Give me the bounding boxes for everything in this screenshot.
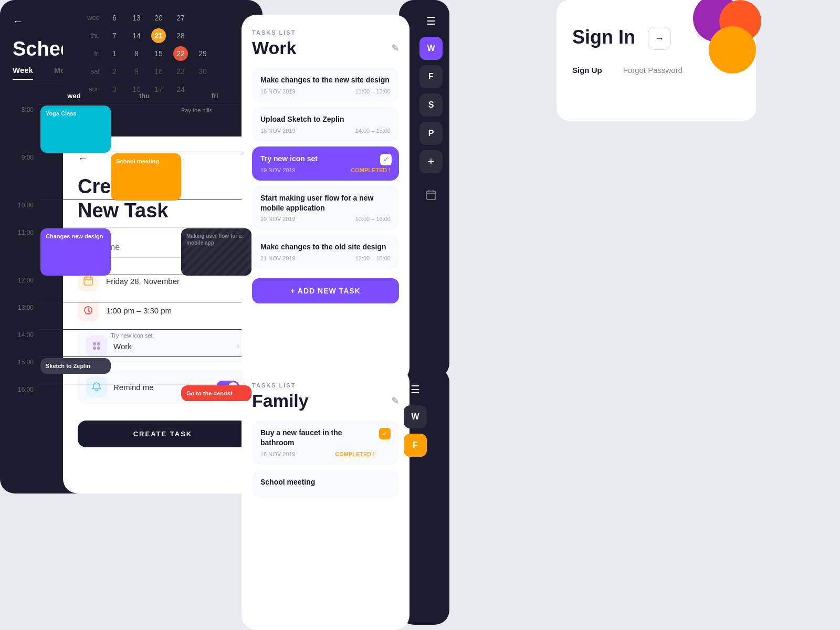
event-dentist[interactable]: Go to the dentist <box>181 385 251 401</box>
day-label-wed: wed <box>76 10 107 25</box>
slot-fri-1000 <box>180 200 250 227</box>
task-title: School meeting <box>260 477 391 487</box>
tasks-family-title: Family ✎ <box>252 391 399 411</box>
task-check-orange[interactable]: ✓ <box>379 428 391 439</box>
forgot-password-link[interactable]: Forgot Password <box>623 66 682 75</box>
cal-cell[interactable]: 9 <box>129 64 144 79</box>
cal-cell[interactable]: 20 <box>151 10 166 25</box>
blob-yellow <box>709 26 756 74</box>
cal-cell-today[interactable]: 21 <box>151 28 166 43</box>
completed-badge: COMPLETED ! <box>351 167 391 173</box>
slot-wed-1100: Changes new design <box>39 227 109 275</box>
time-label-1100: 11:00 <box>13 227 39 275</box>
completed-badge: COMPLETED ! <box>335 451 375 457</box>
slot-wed-800: Yoga Class <box>39 104 109 152</box>
task-title: Make changes to the new site design <box>260 75 391 85</box>
slot-thu-1000 <box>109 200 180 227</box>
cal-cell[interactable]: 7 <box>107 28 122 43</box>
avatar-f[interactable]: F <box>419 65 443 88</box>
cal-cell[interactable]: 1 <box>107 46 122 61</box>
task-meta: 20 NOV 2019 10:00 – 16:00 <box>260 216 391 222</box>
task-item: Start making user flow for a new mobile … <box>252 186 399 230</box>
slot-thu-1300 <box>109 302 180 329</box>
task-item: Upload Sketch to Zeplin 18 NOV 2019 14:0… <box>252 107 399 141</box>
col-header-fri: fri <box>180 88 250 104</box>
edit-icon[interactable]: ✎ <box>391 43 399 54</box>
create-task-button[interactable]: CREATE TASK <box>78 421 248 447</box>
slot-thu-1500 <box>109 356 180 384</box>
slot-wed-1400 <box>39 329 109 356</box>
cal-cell[interactable]: 28 <box>173 28 188 43</box>
tasks-list-label: TASKS LIST <box>252 29 399 36</box>
slot-fri-1200 <box>180 275 250 302</box>
task-item: Make changes to the new site design 18 N… <box>252 68 399 102</box>
cal-cell-highlight[interactable]: 22 <box>173 46 188 61</box>
task-meta: 21 NOV 2019 12:00 – 15:00 <box>260 255 391 261</box>
slot-fri-1400 <box>180 329 250 356</box>
avatar-w[interactable]: W <box>419 37 443 60</box>
hamburger-icon[interactable]: ☰ <box>426 15 436 27</box>
cal-cell[interactable]: 27 <box>173 10 188 25</box>
task-check-icon[interactable]: ✓ <box>380 154 392 165</box>
cal-cell[interactable]: 2 <box>107 64 122 79</box>
time-label-900: 9:00 <box>13 152 39 200</box>
cal-cell[interactable]: 13 <box>129 10 144 25</box>
family-hamburger-icon[interactable]: ☰ <box>411 383 420 396</box>
add-list-button[interactable]: + <box>419 150 443 173</box>
task-item-completed: ✓ Try new icon set 19 NOV 2019 COMPLETED… <box>252 146 399 181</box>
slot-fri-1300 <box>180 302 250 329</box>
event-try-icon[interactable]: Try new icon set <box>109 330 180 341</box>
cal-cell[interactable]: 29 <box>195 46 210 61</box>
signin-arrow-button[interactable]: → <box>648 27 671 50</box>
task-title: Buy a new faucet in the bathroom <box>260 428 375 448</box>
slot-fri-1600: Go to the dentist <box>180 384 250 411</box>
avatar-s[interactable]: S <box>419 93 443 117</box>
calendar-icon[interactable] <box>425 189 437 204</box>
signup-link[interactable]: Sign Up <box>572 66 602 75</box>
event-user-flow[interactable]: Making user flow for a mobile app <box>181 228 251 276</box>
cal-cell[interactable]: 6 <box>107 10 122 25</box>
tasks-family-list-label: TASKS LIST <box>252 382 399 388</box>
edit-icon[interactable]: ✎ <box>391 395 399 407</box>
family-avatar-w[interactable]: W <box>404 405 427 428</box>
task-title: Start making user flow for a new mobile … <box>260 193 391 213</box>
cal-cell[interactable]: 30 <box>195 64 210 79</box>
schedule-back-button[interactable]: ← <box>13 15 23 27</box>
event-changes-design[interactable]: Changes new design <box>40 228 111 276</box>
signin-card: Sign In → Sign Up Forgot Password <box>556 0 756 121</box>
time-label-1500: 15:00 <box>13 356 39 384</box>
task-title: Try new icon set <box>260 154 391 164</box>
slot-wed-1300 <box>39 302 109 329</box>
cal-cell[interactable]: 14 <box>129 28 144 43</box>
task-title: Make changes to the old site design <box>260 242 391 252</box>
event-pay-bills-label <box>109 104 180 109</box>
tasks-family-card: TASKS LIST Family ✎ Buy a new faucet in … <box>242 368 410 630</box>
time-label-800: 8:00 <box>13 104 39 152</box>
cal-cell[interactable]: 8 <box>129 46 144 61</box>
event-pay-bills[interactable]: Pay the bills <box>180 104 250 116</box>
cal-cell[interactable]: 16 <box>151 64 166 79</box>
event-yoga[interactable]: Yoga Class <box>40 106 111 153</box>
slot-thu-1100 <box>109 227 180 275</box>
family-avatar-f[interactable]: F <box>404 434 427 457</box>
cal-cell[interactable]: 15 <box>151 46 166 61</box>
time-label-1000: 10:00 <box>13 200 39 227</box>
schedule-tab-week[interactable]: Week <box>13 66 33 80</box>
add-task-button[interactable]: + ADD NEW TASK <box>252 278 399 303</box>
time-label-1300: 13:00 <box>13 302 39 329</box>
task-title: Upload Sketch to Zeplin <box>260 114 391 124</box>
slot-thu-800 <box>109 104 180 152</box>
task-meta: 19 NOV 2019 COMPLETED ! <box>260 167 391 173</box>
task-meta: 18 NOV 2019 14:00 – 15:00 <box>260 128 391 134</box>
slot-fri-1500 <box>180 356 250 384</box>
slot-fri-800: Pay the bills <box>180 104 250 152</box>
day-label-sat: sat <box>76 64 107 79</box>
avatar-p[interactable]: P <box>419 122 443 145</box>
slot-fri-900 <box>180 152 250 200</box>
family-sidebar-nav: ☰ W F <box>404 383 427 457</box>
cal-cell[interactable]: 23 <box>173 64 188 79</box>
event-school-meeting[interactable]: School meeting <box>111 153 181 201</box>
svg-rect-0 <box>426 191 436 200</box>
event-sketch-zeplin[interactable]: Sketch to Zeplin <box>40 358 111 374</box>
task-meta: 16 NOV 2019 COMPLETED ! <box>260 451 375 457</box>
